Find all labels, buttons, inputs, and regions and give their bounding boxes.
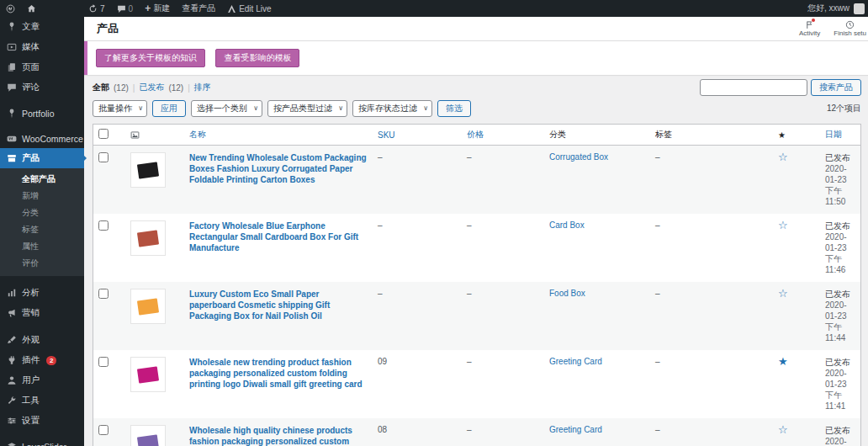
sidebar-item-marketing[interactable]: 营销 [0, 303, 84, 323]
product-category-link[interactable]: Card Box [549, 220, 585, 230]
search-products-button[interactable]: 搜索产品 [811, 79, 861, 96]
sidebar-item-comments[interactable]: 评论 [0, 77, 84, 98]
sidebar-subitem-categories[interactable]: 分类 [0, 204, 84, 221]
sidebar-item-label: 页面 [22, 61, 40, 73]
featured-star[interactable]: ☆ [778, 423, 788, 436]
product-category-link[interactable]: Food Box [549, 289, 585, 298]
sidebar-item-label: 产品 [22, 152, 40, 164]
comments-count: 0 [129, 4, 134, 13]
comments-indicator[interactable]: 0 [111, 0, 140, 17]
site-home-icon[interactable] [21, 0, 42, 17]
edit-live-link[interactable]: Edit Live [221, 0, 277, 17]
product-type-filter-select[interactable]: 按产品类型过滤 [267, 100, 347, 117]
tags-value: – [655, 289, 660, 298]
sidebar-subitem-reviews[interactable]: 评价 [0, 255, 84, 272]
sidebar-item-users[interactable]: 用户 [0, 370, 84, 390]
product-category-link[interactable]: Corrugated Box [549, 152, 608, 162]
featured-star[interactable]: ☆ [778, 287, 788, 300]
account-greeting[interactable]: 您好, xxww [807, 3, 849, 14]
learn-more-templates-button[interactable]: 了解更多关于模板的知识 [96, 49, 205, 67]
product-name-link[interactable]: Wholesale high quality chinese products … [189, 425, 368, 446]
sidebar-item-pages[interactable]: 页面 [0, 57, 84, 77]
updates-count: 7 [100, 4, 105, 13]
sidebar-item-woocommerce[interactable]: WooCommerce [0, 130, 84, 148]
updates-indicator[interactable]: 7 [82, 0, 111, 17]
product-thumbnail[interactable] [130, 220, 166, 256]
layers-icon [7, 442, 17, 446]
pin-icon [7, 22, 17, 32]
column-header-price[interactable]: 价格 [462, 125, 544, 146]
sku-value: – [378, 289, 383, 298]
row-checkbox[interactable] [98, 289, 108, 299]
sidebar-item-posts[interactable]: 文章 [0, 17, 84, 37]
product-thumbnail[interactable] [130, 357, 166, 392]
product-category-link[interactable]: Greeting Card [549, 425, 602, 434]
tags-value: – [655, 425, 660, 434]
product-name-link[interactable]: Wholesale new trending product fashion p… [189, 357, 368, 390]
sidebar-subitem-all-products[interactable]: 全部产品 [0, 171, 84, 188]
sidebar-subitem-add-new[interactable]: 新增 [0, 188, 84, 204]
view-link[interactable]: 已发布 [139, 82, 164, 93]
product-thumbnail[interactable] [130, 289, 166, 324]
row-checkbox[interactable] [98, 220, 108, 231]
clock-icon [845, 20, 855, 29]
sidebar-item-products[interactable]: 产品 [0, 148, 84, 168]
publish-status: 已发布 [825, 152, 855, 163]
product-name-link[interactable]: Luxury Custom Eco Small Paper paperboard… [189, 289, 368, 321]
row-checkbox[interactable] [98, 152, 108, 162]
featured-star[interactable]: ★ [778, 355, 788, 368]
activity-button[interactable]: Activity [799, 20, 820, 37]
publish-status: 已发布 [825, 425, 855, 436]
table-header-row: 名称 SKU 价格 分类 标签 ★ 日期 [93, 125, 861, 146]
new-content-button[interactable]: + 新建 [139, 0, 176, 17]
sidebar-item-media[interactable]: 媒体 [0, 37, 84, 57]
price-value: – [467, 425, 472, 434]
sidebar-item-portfolio[interactable]: Portfolio [0, 104, 84, 123]
category-filter-select[interactable]: 选择一个类别 [191, 100, 262, 117]
sidebar-item-plugins[interactable]: 插件2 [0, 350, 84, 370]
product-name-link[interactable]: Factory Wholesale Blue Earphone Rectangu… [189, 220, 368, 253]
featured-star[interactable]: ☆ [778, 219, 788, 231]
sidebar-item-label: LayerSlider [22, 442, 66, 446]
sidebar-item-tools[interactable]: 工具 [0, 390, 84, 411]
wordpress-logo-icon[interactable] [0, 0, 21, 17]
product-thumbnail[interactable] [130, 425, 166, 446]
bulk-action-select[interactable]: 批量操作 [93, 100, 147, 117]
view-separator: | [188, 83, 190, 93]
view-affected-templates-button[interactable]: 查看受影响的模板 [215, 49, 299, 67]
publish-status: 已发布 [825, 220, 855, 231]
marketing-icon [7, 308, 17, 318]
row-checkbox[interactable] [98, 425, 108, 435]
sidebar-subitem-tags[interactable]: 标签 [0, 221, 84, 238]
product-category-link[interactable]: Greeting Card [549, 357, 602, 366]
apply-button[interactable]: 应用 [152, 100, 186, 117]
sidebar-item-label: WooCommerce [22, 134, 83, 144]
row-checkbox[interactable] [98, 357, 108, 367]
column-header-sku[interactable]: SKU [373, 125, 462, 146]
price-value: – [467, 220, 472, 230]
updates-icon [88, 4, 98, 13]
select-all-checkbox[interactable] [98, 129, 108, 139]
sidebar-item-layerslider[interactable]: LayerSlider [0, 438, 84, 446]
product-name-link[interactable]: New Trending Wholesale Custom Packaging … [189, 152, 368, 185]
sidebar-item-settings[interactable]: 设置 [0, 411, 84, 431]
view-product-link[interactable]: 查看产品 [176, 0, 221, 17]
products-submenu: 全部产品新增分类标签属性评价 [0, 168, 84, 276]
product-thumbnail[interactable] [130, 152, 166, 188]
finish-setup-button[interactable]: Finish setu [834, 20, 866, 37]
stock-status-filter-select[interactable]: 按库存状态过滤 [352, 100, 432, 117]
column-header-date[interactable]: 日期 [820, 125, 861, 146]
sidebar-item-appearance[interactable]: 外观 [0, 330, 84, 350]
column-header-name[interactable]: 名称 [184, 125, 373, 146]
view-link[interactable]: 全部 [93, 82, 109, 93]
sidebar-subitem-attributes[interactable]: 属性 [0, 238, 84, 255]
featured-star[interactable]: ☆ [778, 151, 788, 163]
search-input[interactable] [700, 79, 807, 96]
sidebar-item-analytics[interactable]: 分析 [0, 283, 84, 303]
view-link[interactable]: 排序 [194, 82, 211, 93]
avatar[interactable] [854, 3, 865, 14]
filter-button[interactable]: 筛选 [437, 100, 471, 117]
product-list-area: 全部(12)|已发布(12)|排序 搜索产品 批量操作 应用 选择一个类别 按产… [84, 75, 868, 446]
table-row: Wholesale high quality chinese products … [93, 418, 861, 446]
price-value: – [467, 152, 472, 162]
